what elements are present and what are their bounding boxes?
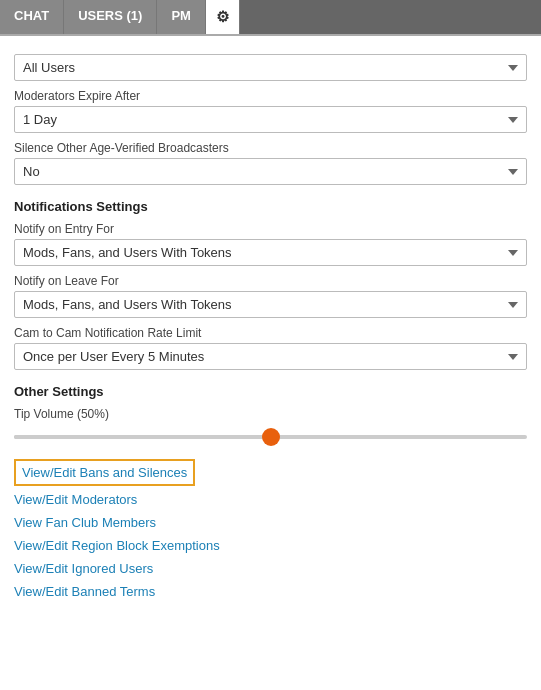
all-users-select[interactable]: All Users: [14, 54, 527, 81]
cam-rate-limit-label: Cam to Cam Notification Rate Limit: [14, 326, 527, 340]
cam-rate-limit-select[interactable]: Once per User Every 5 Minutes: [14, 343, 527, 370]
notify-leave-label: Notify on Leave For: [14, 274, 527, 288]
link-banned-terms[interactable]: View/Edit Banned Terms: [14, 580, 527, 603]
silence-broadcasters-label: Silence Other Age-Verified Broadcasters: [14, 141, 527, 155]
settings-content: All Users Moderators Expire After 1 Day …: [0, 36, 541, 613]
link-fan-club[interactable]: View Fan Club Members: [14, 511, 527, 534]
moderators-expire-wrapper: 1 Day: [14, 106, 527, 133]
moderators-expire-select[interactable]: 1 Day: [14, 106, 527, 133]
links-container: View/Edit Bans and Silences View/Edit Mo…: [14, 459, 527, 603]
link-bans[interactable]: View/Edit Bans and Silences: [14, 459, 195, 486]
notifications-section-label: Notifications Settings: [14, 199, 527, 214]
notify-leave-select[interactable]: Mods, Fans, and Users With Tokens: [14, 291, 527, 318]
notify-entry-wrapper: Mods, Fans, and Users With Tokens: [14, 239, 527, 266]
tab-users[interactable]: USERS (1): [64, 0, 157, 34]
link-region-block[interactable]: View/Edit Region Block Exemptions: [14, 534, 527, 557]
link-ignored[interactable]: View/Edit Ignored Users: [14, 557, 527, 580]
all-users-select-wrapper: All Users: [14, 54, 527, 81]
notify-leave-wrapper: Mods, Fans, and Users With Tokens: [14, 291, 527, 318]
tip-volume-label: Tip Volume (50%): [14, 407, 527, 421]
tab-chat[interactable]: CHAT: [0, 0, 64, 34]
other-section-label: Other Settings: [14, 384, 527, 399]
tip-volume-slider-container: [14, 427, 527, 447]
notify-entry-select[interactable]: Mods, Fans, and Users With Tokens: [14, 239, 527, 266]
silence-broadcasters-wrapper: No: [14, 158, 527, 185]
cam-rate-limit-wrapper: Once per User Every 5 Minutes: [14, 343, 527, 370]
slider-thumb[interactable]: [262, 428, 280, 446]
slider-fill: [14, 435, 271, 439]
tab-pm[interactable]: PM: [157, 0, 206, 34]
moderators-expire-label: Moderators Expire After: [14, 89, 527, 103]
link-moderators[interactable]: View/Edit Moderators: [14, 488, 527, 511]
silence-broadcasters-select[interactable]: No: [14, 158, 527, 185]
tab-settings[interactable]: ⚙: [206, 0, 240, 34]
slider-track: [14, 435, 527, 439]
notify-entry-label: Notify on Entry For: [14, 222, 527, 236]
tab-bar: CHAT USERS (1) PM ⚙: [0, 0, 541, 36]
